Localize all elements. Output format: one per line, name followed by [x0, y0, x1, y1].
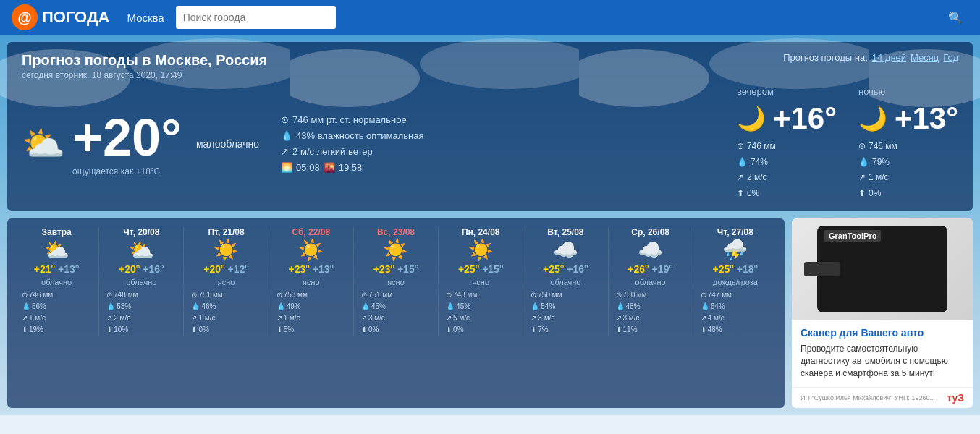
forecast-day[interactable]: Вт, 25/08 ☁️ +25° +16° облачно ⊙750 мм 💧…	[523, 227, 608, 336]
logo-icon: @	[12, 4, 38, 30]
day-label: Сб, 22/08	[274, 227, 349, 237]
feels-like: ощущается как +18°С	[72, 166, 182, 176]
forecast-links: Прогноз погоды на: 14 дней Месяц Год	[783, 52, 958, 63]
day-label: Вс, 23/08	[358, 227, 434, 237]
city-title: Прогноз погоды в Москве, Россия	[22, 52, 267, 69]
link-year[interactable]: Год	[943, 52, 958, 63]
logo-text: ПОГОДА	[42, 8, 110, 27]
day-stats: ⊙750 мм 💧48% ↗3 м/с ⬆11%	[613, 289, 688, 336]
day-desc: облачно	[104, 278, 179, 286]
humidity-icon: 💧	[281, 128, 292, 144]
day-desc: облачно	[613, 278, 688, 286]
day-label: Вт, 25/08	[528, 227, 603, 237]
search-button[interactable]: 🔍	[948, 11, 963, 25]
period-block: вечером 🌙 +16° ⊙746 мм 💧74% ↗2 м/с ⬆0% н…	[737, 86, 958, 201]
ad-block: GranToolPro Сканер для Вашего авто Прово…	[792, 218, 973, 407]
day-stats: ⊙748 мм 💧45% ↗5 м/с ⬆0%	[443, 289, 518, 336]
forecast-label: Прогноз погоды на:	[783, 52, 868, 63]
wind-stat: ↗ 2 м/с легкий ветер	[281, 144, 423, 160]
wind-icon: ↗	[281, 144, 289, 160]
pressure-stat: ⊙ 746 мм рт. ст. нормальное	[281, 112, 423, 128]
ad-image: GranToolPro	[792, 218, 973, 320]
day-desc: ясно	[443, 278, 518, 286]
humidity-stat: 💧 43% влажность оптимальная	[281, 128, 423, 144]
day-desc: облачно	[528, 278, 603, 286]
day-label: Завтра	[19, 227, 94, 237]
day-temps: +21° +13°	[19, 263, 94, 275]
forecast-day[interactable]: Пн, 24/08 ☀️ +25° +15° ясно ⊙748 мм 💧45%…	[439, 227, 523, 336]
current-temp: +20°	[72, 111, 182, 163]
forecast-strip: Завтра ⛅ +21° +13° облачно ⊙746 мм 💧56% …	[7, 218, 785, 407]
day-temps: +20° +12°	[188, 263, 263, 275]
day-temps: +26° +19°	[613, 263, 688, 275]
ad-legal: ИП "Сушко Илья Михайлович" УНП: 19260...	[801, 394, 935, 401]
night-col: ночью 🌙 +13° ⊙746 мм 💧79% ↗1 м/с ⬆0%	[858, 86, 958, 201]
day-stats: ⊙750 мм 💧54% ↗3 м/с ⬆7%	[528, 289, 603, 336]
ad-text: Проводите самостоятельную диагностику ав…	[801, 343, 964, 379]
day-stats: ⊙746 мм 💧56% ↗1 м/с ⬆19%	[19, 289, 94, 336]
night-stats: ⊙746 мм 💧79% ↗1 м/с ⬆0%	[858, 139, 958, 201]
forecast-day[interactable]: Пт, 21/08 ☀️ +20° +12° ясно ⊙751 мм 💧46%…	[184, 227, 269, 336]
sunrise-icon: 🌅	[281, 160, 292, 176]
night-temp: +13°	[895, 101, 958, 136]
ad-connector	[804, 262, 840, 276]
day-label: Чт, 20/08	[104, 227, 179, 237]
day-stats: ⊙748 мм 💧53% ↗2 м/с ⬆10%	[104, 289, 179, 336]
day-label: Ср, 26/08	[613, 227, 688, 237]
day-icon: ☀️	[188, 240, 263, 260]
search-input[interactable]	[176, 6, 336, 29]
day-desc: дождь/гроза	[698, 278, 773, 286]
forecast-days: Завтра ⛅ +21° +13° облачно ⊙746 мм 💧56% …	[14, 227, 777, 336]
pressure-icon: ⊙	[281, 112, 289, 128]
day-temps: +23° +15°	[358, 263, 434, 275]
current-weather-icon: ⛅	[22, 124, 65, 164]
ad-device-label: GranToolPro	[824, 230, 881, 242]
bottom-section: Завтра ⛅ +21° +13° облачно ⊙746 мм 💧56% …	[7, 218, 973, 407]
forecast-day[interactable]: Сб, 22/08 ☀️ +23° +13° ясно ⊙753 мм 💧49%…	[269, 227, 354, 336]
forecast-day[interactable]: Вс, 23/08 ☀️ +23° +15° ясно ⊙751 мм 💧45%…	[354, 227, 439, 336]
evening-label: вечером	[737, 86, 837, 97]
city-subtitle: сегодня вторник, 18 августа 2020, 17:49	[22, 70, 267, 80]
day-icon: ☀️	[274, 240, 349, 260]
day-temps: +20° +16°	[104, 263, 179, 275]
day-label: Пт, 21/08	[188, 227, 263, 237]
day-label: Пн, 24/08	[443, 227, 518, 237]
day-desc: ясно	[188, 278, 263, 286]
day-icon: ☀️	[443, 240, 518, 260]
day-temps: +23° +13°	[274, 263, 349, 275]
header-city: Москва	[127, 12, 164, 24]
ad-device: GranToolPro	[817, 226, 947, 312]
day-icon: ⛅	[19, 240, 94, 260]
sunset-icon: 🌇	[324, 160, 335, 176]
ad-body: Сканер для Вашего авто Проводите самосто…	[792, 320, 973, 386]
link-month[interactable]: Месяц	[911, 52, 939, 63]
day-stats: ⊙751 мм 💧45% ↗3 м/с ⬆0%	[358, 289, 434, 336]
day-label: Чт, 27/08	[698, 227, 773, 237]
forecast-day[interactable]: Чт, 20/08 ⛅ +20° +16° облачно ⊙748 мм 💧5…	[99, 227, 184, 336]
day-stats: ⊙751 мм 💧46% ↗1 м/с ⬆0%	[188, 289, 263, 336]
current-desc: малооблачно	[196, 138, 259, 150]
forecast-day[interactable]: Завтра ⛅ +21° +13° облачно ⊙746 мм 💧56% …	[14, 227, 99, 336]
ad-footer: ИП "Сушко Илья Михайлович" УНП: 19260...…	[792, 387, 973, 408]
night-icon: 🌙	[858, 105, 887, 132]
forecast-day[interactable]: Чт, 27/08 ⛈️ +25° +18° дождь/гроза ⊙747 …	[693, 227, 777, 336]
day-stats: ⊙753 мм 💧49% ↗1 м/с ⬆5%	[274, 289, 349, 336]
link-14-days[interactable]: 14 дней	[872, 52, 906, 63]
day-icon: ☁️	[528, 240, 603, 260]
forecast-day[interactable]: Ср, 26/08 ☁️ +26° +19° облачно ⊙750 мм 💧…	[609, 227, 693, 336]
night-label: ночью	[858, 86, 958, 97]
logo: @ ПОГОДА	[12, 4, 110, 30]
ad-title[interactable]: Сканер для Вашего авто	[801, 327, 964, 339]
day-stats: ⊙747 мм 💧64% ↗4 м/с ⬆48%	[698, 289, 773, 336]
sky-background: Прогноз погоды в Москве, Россия сегодня …	[0, 35, 980, 415]
day-temps: +25° +15°	[443, 263, 518, 275]
day-desc: ясно	[358, 278, 434, 286]
search-wrap: 🔍	[176, 6, 968, 29]
evening-temp: +16°	[773, 101, 837, 136]
day-temps: +25° +18°	[698, 263, 773, 275]
day-icon: ⛅	[104, 240, 179, 260]
current-weather-card: Прогноз погоды в Москве, Россия сегодня …	[7, 42, 973, 211]
day-icon: ⛈️	[698, 240, 773, 260]
evening-stats: ⊙746 мм 💧74% ↗2 м/с ⬆0%	[737, 139, 837, 201]
day-desc: облачно	[19, 278, 94, 286]
